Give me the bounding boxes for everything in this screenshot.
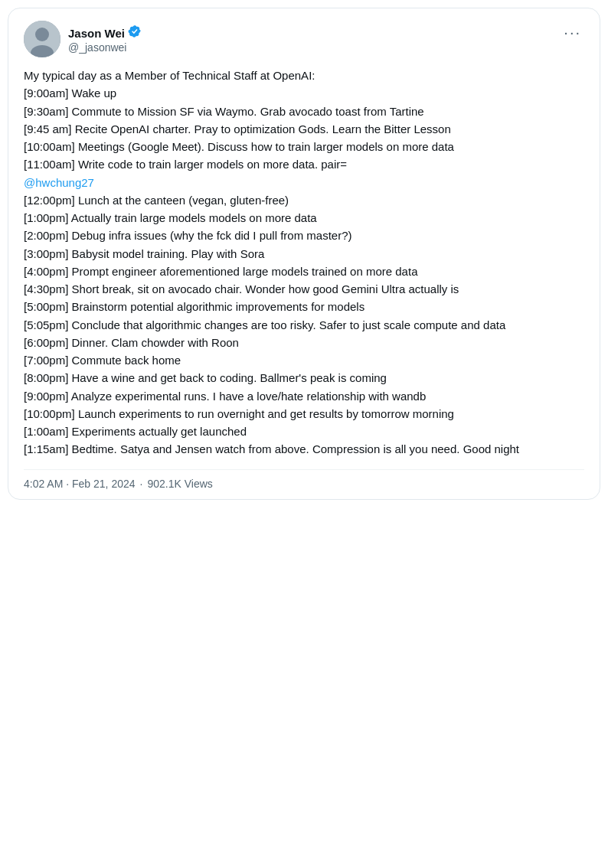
tweet-line-2: [9:00am] Wake up xyxy=(24,84,584,102)
verified-icon xyxy=(128,24,142,41)
tweet-line-8: [1:00pm] Actually train large models mod… xyxy=(24,209,584,227)
display-name-text[interactable]: Jason Wei xyxy=(68,27,125,40)
tweet-line-12: [4:30pm] Short break, sit on avocado cha… xyxy=(24,280,584,298)
username[interactable]: @_jasonwei xyxy=(68,41,142,54)
tweet-line-7: [12:00pm] Lunch at the canteen (vegan, g… xyxy=(24,191,584,209)
tweet-line-4: [9:45 am] Recite OpenAI charter. Pray to… xyxy=(24,120,584,138)
svg-point-1 xyxy=(35,28,49,41)
tweet-line-16: [7:00pm] Commute back home xyxy=(24,351,584,369)
tweet-line-20: [1:00am] Experiments actually get launch… xyxy=(24,423,584,440)
tweet-line-9: [2:00pm] Debug infra issues (why the fck… xyxy=(24,227,584,244)
meta-separator-1: · xyxy=(140,478,143,490)
tweet-line-10: [3:00pm] Babysit model training. Play wi… xyxy=(24,245,584,263)
tweet-body: My typical day as a Member of Technical … xyxy=(24,67,584,458)
tweet-line-11: [4:00pm] Prompt engineer aforementioned … xyxy=(24,263,584,280)
tweet-line-17: [8:00pm] Have a wine and get back to cod… xyxy=(24,369,584,387)
avatar[interactable] xyxy=(24,21,60,57)
tweet-line-19: [10:00pm] Launch experiments to run over… xyxy=(24,405,584,423)
tweet-header: Jason Wei @_jasonwei ··· xyxy=(24,21,584,57)
tweet-line-21: [1:15am] Bedtime. Satya and Jensen watch… xyxy=(24,440,584,458)
tweet-line-15: [6:00pm] Dinner. Clam chowder with Roon xyxy=(24,334,584,351)
more-options-icon[interactable]: ··· xyxy=(561,21,584,44)
tweet-line-6: [11:00am] Write code to train larger mod… xyxy=(24,155,584,191)
display-name: Jason Wei xyxy=(68,24,142,41)
tweet-header-left: Jason Wei @_jasonwei xyxy=(24,21,142,57)
tweet-line-1: My typical day as a Member of Technical … xyxy=(24,67,584,84)
tweet-line-18: [9:00pm] Analyze experimental runs. I ha… xyxy=(24,387,584,405)
user-info: Jason Wei @_jasonwei xyxy=(68,24,142,54)
avatar-image xyxy=(24,21,60,57)
tweet-views[interactable]: 902.1K Views xyxy=(147,478,212,490)
tweet-line-5: [10:00am] Meetings (Google Meet). Discus… xyxy=(24,138,584,155)
tweet-line-13: [5:00pm] Brainstorm potential algorithmi… xyxy=(24,298,584,315)
tweet-line-3: [9:30am] Commute to Mission SF via Waymo… xyxy=(24,103,584,120)
tweet-card: Jason Wei @_jasonwei ··· My typical day … xyxy=(8,8,600,500)
mention-hwchung27[interactable]: @hwchung27 xyxy=(24,176,94,189)
tweet-timestamp: 4:02 AM · Feb 21, 2024 xyxy=(24,478,136,490)
tweet-line-14: [5:05pm] Conclude that algorithmic chang… xyxy=(24,316,584,334)
tweet-meta: 4:02 AM · Feb 21, 2024 · 902.1K Views xyxy=(24,469,584,490)
